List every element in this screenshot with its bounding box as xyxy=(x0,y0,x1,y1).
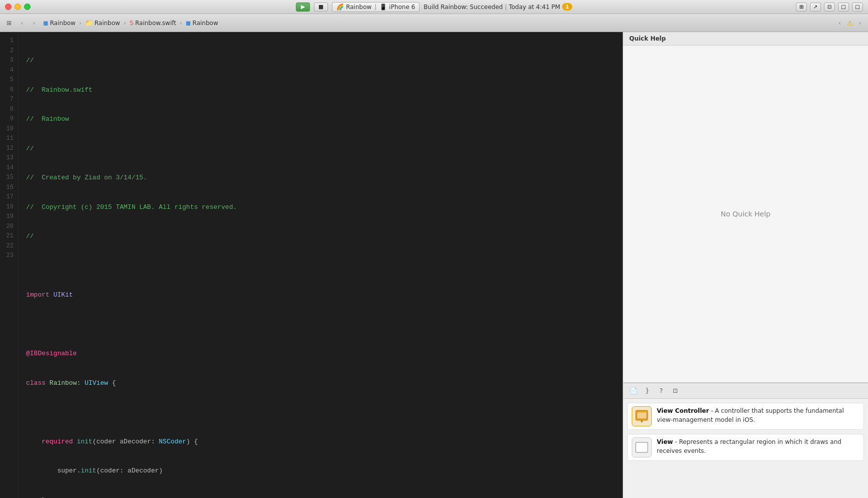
breadcrumb-file-label: Rainbow.swift xyxy=(135,20,176,27)
view-thumb xyxy=(632,437,652,457)
editor-layout-button[interactable]: ⊞ xyxy=(796,3,807,12)
folder-icon: 📁 xyxy=(85,19,93,27)
no-quick-help-text: No Quick Help xyxy=(721,210,770,218)
inspector-button[interactable]: □ xyxy=(852,3,863,12)
device-name: iPhone 6 xyxy=(389,4,415,11)
close-button[interactable] xyxy=(5,4,12,10)
split-button[interactable]: ⊡ xyxy=(824,3,835,12)
back-button[interactable]: ‹ xyxy=(17,18,27,28)
quick-help-button[interactable]: ? xyxy=(655,385,667,396)
history-button[interactable]: } xyxy=(641,385,653,396)
symbol-icon: ◼ xyxy=(186,19,191,27)
show-navigator-button[interactable]: ⊞ xyxy=(3,17,15,29)
breadcrumb-folder-label: Rainbow xyxy=(95,20,120,27)
svg-rect-1 xyxy=(637,412,646,418)
right-panel: Quick Help No Quick Help 📄 } ? ⊡ xyxy=(623,32,868,498)
main-container: 1 2 3 4 5 6 7 8 9 10 11 12 13 14 15 16 1… xyxy=(0,32,868,498)
code-content[interactable]: // // Rainbow.swift // Rainbow // // Cre… xyxy=(18,32,623,498)
quick-help-content: No Quick Help xyxy=(623,46,868,382)
toolbar: ⊞ ‹ › ◼ Rainbow › 📁 Rainbow › S Rainbow.… xyxy=(0,14,868,32)
navigator-button[interactable]: ↗ xyxy=(810,3,821,12)
inspector-items: View Controller - A controller that supp… xyxy=(623,399,868,465)
title-bar: ▶ ■ 🌈 Rainbow | 📱 iPhone 6 Build Rainbow… xyxy=(0,0,868,14)
breadcrumb-symbol-label: Rainbow xyxy=(193,20,218,27)
breadcrumb-project-label: Rainbow xyxy=(50,20,76,27)
separator: | xyxy=(374,4,376,11)
breadcrumb-sep-1: › xyxy=(79,20,82,27)
file-inspector-button[interactable]: 📄 xyxy=(627,385,639,396)
breadcrumb-project[interactable]: ◼ Rainbow xyxy=(41,18,78,28)
warning-badge[interactable]: 1 xyxy=(562,3,572,11)
view-controller-thumb xyxy=(632,406,652,426)
breadcrumb: ◼ Rainbow › 📁 Rainbow › S Rainbow.swift … xyxy=(41,18,832,28)
next-issue-button[interactable]: › xyxy=(855,18,865,28)
build-label: Build Rainbow: Succeeded xyxy=(423,4,503,11)
code-editor[interactable]: 1 2 3 4 5 6 7 8 9 10 11 12 13 14 15 16 1… xyxy=(0,32,623,498)
stop-button[interactable]: ■ xyxy=(314,3,328,12)
inspector-item-view[interactable]: View - Represents a rectangular region i… xyxy=(627,434,864,461)
warning-icon: ⚠ xyxy=(846,19,853,27)
breadcrumb-folder[interactable]: 📁 Rainbow xyxy=(83,18,122,28)
svg-point-2 xyxy=(641,420,643,422)
svg-rect-3 xyxy=(636,442,648,452)
scheme-name: Rainbow xyxy=(346,4,371,11)
identity-button[interactable]: ⊡ xyxy=(669,385,681,396)
toolbar-right: ‹ ⚠ › xyxy=(834,18,865,28)
inspector-panel: 📄 } ? ⊡ View Controller - A controll xyxy=(623,383,868,498)
scheme-selector[interactable]: 🌈 Rainbow | 📱 iPhone 6 xyxy=(332,2,419,12)
line-numbers: 1 2 3 4 5 6 7 8 9 10 11 12 13 14 15 16 1… xyxy=(0,32,18,498)
editor-area[interactable]: 1 2 3 4 5 6 7 8 9 10 11 12 13 14 15 16 1… xyxy=(0,32,623,498)
title-bar-right-controls: ⊞ ↗ ⊡ □ □ xyxy=(796,3,863,12)
quick-help-header: Quick Help xyxy=(623,32,868,46)
forward-button[interactable]: › xyxy=(29,18,39,28)
view-text: View - Represents a rectangular region i… xyxy=(657,437,859,455)
title-bar-center: ▶ ■ 🌈 Rainbow | 📱 iPhone 6 Build Rainbow… xyxy=(296,2,572,12)
inspector-item-vc[interactable]: View Controller - A controller that supp… xyxy=(627,403,864,430)
quick-help-panel: Quick Help No Quick Help xyxy=(623,32,868,383)
breadcrumb-symbol[interactable]: ◼ Rainbow xyxy=(184,18,220,28)
scheme-icon: 🌈 xyxy=(336,4,344,11)
breadcrumb-file[interactable]: S Rainbow.swift xyxy=(128,18,178,28)
window-controls xyxy=(0,4,31,10)
maximize-button[interactable] xyxy=(24,4,31,10)
breadcrumb-sep-2: › xyxy=(124,20,126,27)
build-status: Build Rainbow: Succeeded | Today at 4:41… xyxy=(423,3,572,11)
run-button[interactable]: ▶ xyxy=(296,3,310,12)
view-controller-text: View Controller - A controller that supp… xyxy=(657,406,859,424)
prev-issue-button[interactable]: ‹ xyxy=(834,18,844,28)
panel-button[interactable]: □ xyxy=(838,3,849,12)
minimize-button[interactable] xyxy=(15,4,21,10)
breadcrumb-sep-3: › xyxy=(180,20,182,27)
build-separator: | xyxy=(505,4,507,11)
device-icon: 📱 xyxy=(379,4,387,11)
swift-icon: S xyxy=(130,19,134,27)
quick-help-title: Quick Help xyxy=(629,35,666,42)
inspector-toolbar: 📄 } ? ⊡ xyxy=(623,383,868,399)
project-icon: ◼ xyxy=(43,19,49,27)
build-time: Today at 4:41 PM xyxy=(509,4,560,11)
